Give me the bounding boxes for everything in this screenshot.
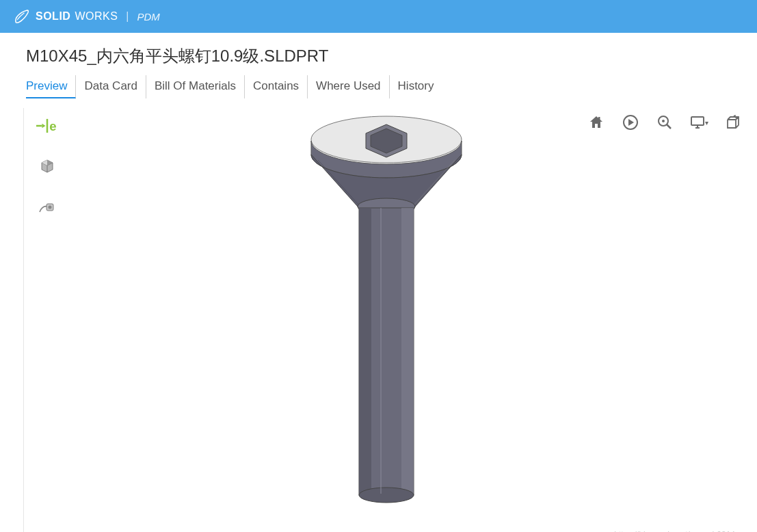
home-tool[interactable]: [586, 112, 607, 133]
markup-icon: [38, 200, 56, 216]
zoom-icon: [656, 114, 673, 131]
svg-point-11: [662, 120, 665, 122]
component-tool[interactable]: [36, 156, 58, 178]
svg-rect-6: [598, 117, 600, 120]
display-tool[interactable]: ▾: [689, 112, 709, 133]
tab-bar: Preview Data Card Bill Of Materials Cont…: [0, 75, 757, 98]
app-logo: SOLIDWORKS | PDM: [12, 7, 160, 26]
svg-rect-12: [691, 117, 704, 125]
chevron-down-icon: ▾: [705, 119, 708, 127]
play-tool[interactable]: [620, 112, 641, 133]
right-toolbar: ▾: [586, 112, 743, 133]
preview-pane: e: [23, 108, 749, 532]
play-icon: [622, 114, 639, 131]
svg-rect-20: [359, 208, 371, 495]
box-tool[interactable]: [723, 112, 743, 133]
svg-line-10: [667, 124, 671, 129]
edrawings-tool[interactable]: e: [36, 115, 58, 137]
tab-where-used[interactable]: Where Used: [308, 75, 389, 98]
tab-contains[interactable]: Contains: [245, 75, 308, 98]
component-icon: [39, 159, 55, 175]
brand-text-light: WORKS: [75, 10, 118, 23]
svg-marker-1: [42, 124, 45, 129]
tab-history[interactable]: History: [390, 75, 442, 98]
zoom-tool[interactable]: [654, 112, 675, 133]
svg-point-22: [359, 488, 414, 503]
product-name: PDM: [137, 11, 160, 23]
svg-rect-21: [401, 208, 414, 495]
edrawings-icon: e: [36, 116, 58, 135]
file-name: M10X45_内六角平头螺钉10.9级.SLDPRT: [0, 33, 757, 75]
display-icon: [690, 114, 706, 131]
home-icon: [588, 114, 605, 131]
app-header: SOLIDWORKS | PDM: [0, 0, 757, 33]
svg-marker-8: [628, 119, 634, 126]
tab-preview[interactable]: Preview: [26, 75, 76, 98]
brand-divider: |: [126, 10, 129, 23]
tab-bill-of-materials[interactable]: Bill Of Materials: [146, 75, 245, 98]
3d-model-viewport[interactable]: [291, 111, 482, 521]
left-toolbar: e: [36, 115, 58, 219]
brand-text-bold: SOLID: [36, 10, 70, 23]
markup-tool[interactable]: [36, 197, 58, 219]
solidworks-logo-icon: [12, 7, 31, 26]
svg-point-5: [49, 206, 52, 209]
svg-text:e: e: [49, 119, 56, 133]
tab-data-card[interactable]: Data Card: [76, 75, 146, 98]
box-icon: [725, 114, 741, 131]
